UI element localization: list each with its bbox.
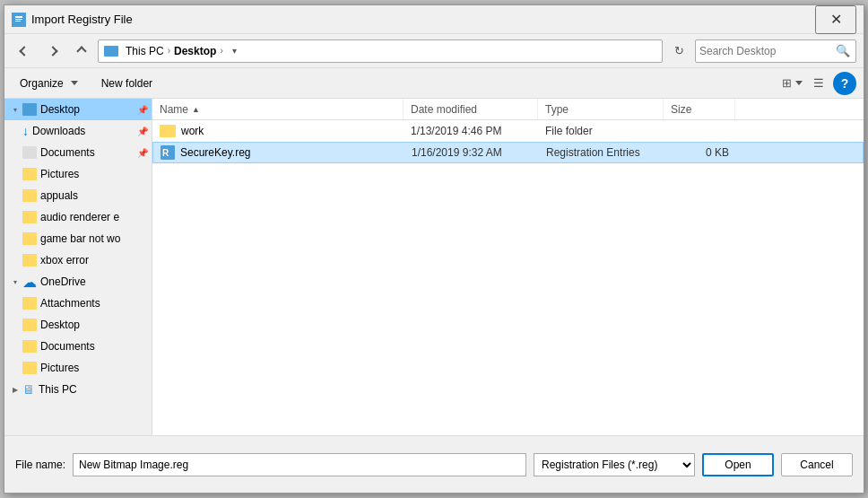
sidebar-thispc-label: This PC: [39, 383, 77, 396]
open-button[interactable]: Open: [702, 453, 774, 476]
file-work-date: 1/13/2019 4:46 PM: [404, 125, 538, 137]
onedrive-documents-icon: [22, 340, 37, 353]
pin-desktop-icon: 📌: [137, 105, 148, 115]
pictures-folder-icon: [22, 168, 37, 180]
sidebar-gamebar-label: game bar not wo: [40, 232, 120, 245]
expand-desktop-icon: ▾: [8, 102, 22, 117]
sidebar-onedrive-documents-label: Documents: [40, 340, 95, 353]
file-securekey-size: 0 KB: [664, 146, 736, 159]
breadcrumb-dropdown-button[interactable]: ▾: [227, 39, 243, 63]
sidebar-item-attachments[interactable]: Attachments: [4, 293, 152, 314]
sidebar-item-xbox[interactable]: xbox error: [4, 249, 152, 271]
view-details-icon: ☰: [813, 76, 824, 90]
download-arrow-icon: ↓: [22, 124, 29, 138]
sidebar-item-onedrive[interactable]: ▾ ☁ OneDrive: [4, 271, 152, 293]
up-button[interactable]: [69, 39, 94, 63]
col-header-name[interactable]: Name ▲: [152, 99, 404, 119]
breadcrumb-thispc[interactable]: This PC: [126, 45, 164, 57]
sidebar-documents-label: Documents: [40, 146, 95, 159]
search-button[interactable]: 🔍: [834, 42, 852, 60]
content-area: Name ▲ Date modified Type Size: [152, 99, 864, 435]
file-list: work 1/13/2019 4:46 PM File folder R: [152, 120, 864, 435]
file-securekey-name-cell: R SecureKey.reg: [153, 145, 404, 160]
sidebar-xbox-label: xbox error: [40, 254, 89, 266]
sidebar-audio-label: audio renderer e: [40, 211, 119, 223]
help-button[interactable]: ?: [833, 72, 856, 95]
file-work-name: work: [181, 125, 204, 137]
sidebar-item-appuals[interactable]: appuals: [4, 185, 152, 206]
breadcrumb-sep1: ›: [168, 46, 170, 56]
filetype-select[interactable]: Registration Files (*.reg): [534, 453, 695, 476]
svg-text:R: R: [162, 148, 169, 158]
back-icon: [21, 45, 28, 57]
gamebar-folder-icon: [22, 232, 37, 245]
breadcrumb-desktop[interactable]: Desktop: [174, 45, 216, 57]
file-row-work[interactable]: work 1/13/2019 4:46 PM File folder: [152, 120, 864, 142]
cancel-button[interactable]: Cancel: [781, 453, 853, 476]
onedrive-pictures-icon: [22, 362, 37, 374]
title-bar: Import Registry File ✕: [4, 5, 864, 34]
col-header-type[interactable]: Type: [538, 99, 664, 119]
sidebar: ▾ Desktop 📌 ↓ Downloads 📌 Documents 📌 Pi: [4, 99, 152, 435]
expand-thispc-icon: ▶: [8, 382, 22, 397]
back-button[interactable]: [12, 39, 37, 63]
col-header-size[interactable]: Size: [664, 99, 735, 119]
sidebar-item-documents[interactable]: Documents 📌: [4, 142, 152, 163]
view-buttons: ⊞ ☰ ?: [779, 72, 856, 95]
refresh-icon: ↻: [674, 44, 684, 57]
bottom-bar: File name: Registration Files (*.reg) Op…: [4, 435, 864, 493]
search-input[interactable]: [699, 45, 834, 57]
sidebar-item-onedrive-desktop[interactable]: Desktop: [4, 314, 152, 336]
expand-onedrive-icon: ▾: [8, 275, 22, 289]
sidebar-item-onedrive-documents[interactable]: Documents: [4, 336, 152, 357]
dialog-title: Import Registry File: [31, 13, 815, 26]
view-list-icon: ⊞: [782, 76, 792, 90]
file-securekey-name: SecureKey.reg: [180, 146, 251, 159]
sidebar-item-desktop[interactable]: ▾ Desktop 📌: [4, 99, 152, 120]
file-list-header: Name ▲ Date modified Type Size: [152, 99, 864, 120]
sidebar-item-onedrive-pictures[interactable]: Pictures: [4, 357, 152, 379]
sidebar-item-audio[interactable]: audio renderer e: [4, 206, 152, 228]
up-icon: [78, 45, 85, 57]
bottom-buttons: Open Cancel: [702, 453, 853, 476]
sidebar-pictures-label: Pictures: [40, 168, 79, 180]
attachments-folder-icon: [22, 297, 37, 310]
sidebar-desktop-label: Desktop: [40, 103, 80, 116]
documents-icon: [22, 146, 37, 159]
sidebar-item-gamebar[interactable]: game bar not wo: [4, 228, 152, 249]
view-details-button[interactable]: ☰: [806, 72, 831, 95]
breadcrumb-sep2: ›: [220, 46, 222, 56]
xbox-folder-icon: [22, 254, 37, 266]
onedrive-desktop-icon: [22, 319, 37, 331]
sidebar-onedrive-label: OneDrive: [40, 275, 86, 288]
sidebar-item-downloads[interactable]: ↓ Downloads 📌: [4, 120, 152, 142]
sidebar-appuals-label: appuals: [40, 189, 78, 202]
close-button[interactable]: ✕: [815, 5, 856, 34]
breadcrumb-bar: This PC › Desktop › ▾: [98, 39, 663, 63]
file-work-type: File folder: [538, 125, 664, 137]
file-row-securekey[interactable]: R SecureKey.reg 1/16/2019 9:32 AM Regist…: [152, 142, 864, 163]
sidebar-item-pictures[interactable]: Pictures: [4, 163, 152, 185]
file-securekey-date: 1/16/2019 9:32 AM: [404, 146, 539, 159]
new-folder-button[interactable]: New folder: [93, 72, 161, 95]
thispc-icon: 🖥: [22, 382, 35, 397]
organize-button[interactable]: Organize: [12, 72, 86, 95]
svg-rect-2: [15, 19, 22, 20]
sidebar-attachments-label: Attachments: [40, 297, 100, 310]
pin-downloads-icon: 📌: [137, 127, 148, 136]
file-securekey-type: Registration Entries: [539, 146, 664, 159]
sidebar-item-thispc[interactable]: ▶ 🖥 This PC: [4, 379, 152, 400]
navigation-toolbar: This PC › Desktop › ▾ ↻ 🔍: [4, 34, 864, 68]
desktop-folder-icon: [22, 103, 37, 116]
pin-documents-icon: 📌: [137, 148, 148, 158]
svg-rect-1: [15, 16, 22, 18]
onedrive-cloud-icon: ☁: [22, 274, 37, 291]
file-work-name-cell: work: [152, 125, 404, 137]
organize-chevron-icon: [71, 81, 78, 85]
refresh-button[interactable]: ↻: [666, 39, 691, 63]
forward-button[interactable]: [40, 39, 65, 63]
filename-input[interactable]: [73, 453, 526, 476]
view-chevron-icon: [795, 81, 803, 85]
view-list-button[interactable]: ⊞: [779, 72, 804, 95]
col-header-date[interactable]: Date modified: [404, 99, 538, 119]
